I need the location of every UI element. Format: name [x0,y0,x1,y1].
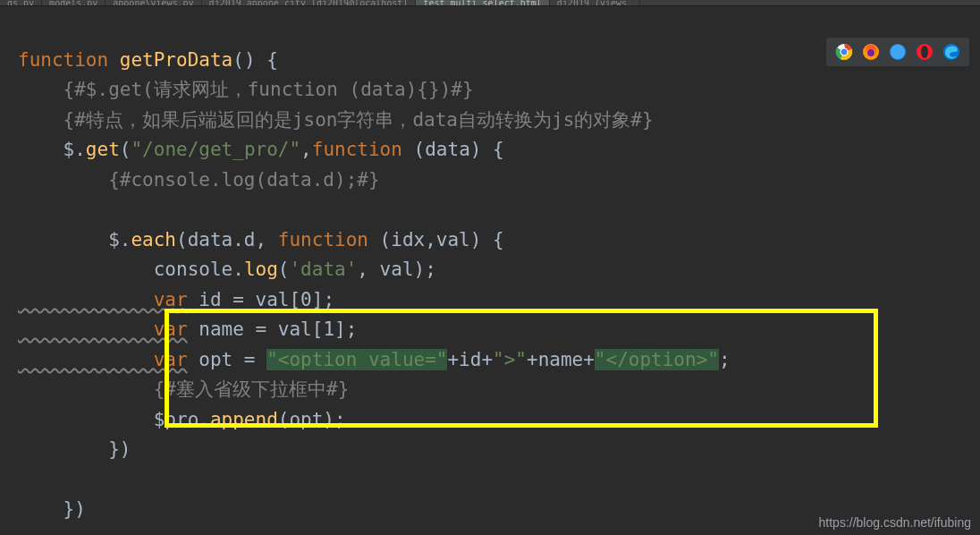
code-text: $. [18,139,86,160]
code-text: ]; [334,318,357,340]
keyword: function [18,49,120,71]
comment: {#$.get(请求网址，function (data){})#} [18,79,474,100]
tab-item[interactable]: appone\views.py [106,0,201,6]
code-text: (data) { [414,139,504,160]
code-text: id = val[ [188,289,300,310]
comment: {#console.log(data.d);#} [18,169,380,191]
method: get [86,139,120,160]
code-text: name = val[ [188,318,324,340]
code-text: console. [18,259,244,280]
string: "</option>" [595,349,719,370]
code-text: +name+ [527,349,595,370]
method: each [131,229,176,251]
method: log [244,259,278,280]
string: 'data' [289,259,357,280]
code-text: () { [232,49,278,71]
method: append [210,409,278,430]
edge-icon [942,43,960,61]
code-text: (idx,val) { [380,229,504,251]
keyword: function [278,229,380,251]
chrome-icon [835,43,853,61]
string: "<option value=" [266,349,447,370]
keyword: var [18,349,188,370]
svg-point-4 [867,49,874,56]
code-text: ( [120,139,131,160]
code-text: ( [278,259,290,280]
code-text: (opt); [278,409,346,430]
code-text: }) [18,438,131,460]
comment: {#特点，如果后端返回的是json字符串，data自动转换为js的对象#} [18,109,654,131]
string: "/one/get_pro/" [131,139,300,160]
tab-item[interactable]: dj2019.appone_city [dj2019@localhost] [202,0,417,6]
code-text: opt = [188,349,267,370]
code-text: ]; [312,289,334,310]
opera-icon [916,43,934,61]
svg-point-2 [841,48,848,55]
code-text: , val); [357,259,436,280]
code-text: , [300,139,312,160]
keyword: var [18,318,188,340]
code-text: }) [18,498,86,520]
svg-point-11 [921,46,928,58]
code-text: +id+ [447,349,493,370]
comment: {#塞入省级下拉框中#} [18,378,349,400]
tab-item[interactable]: dj2019 (views. [550,0,640,6]
safari-icon [889,43,907,61]
editor-tabs: gs.py models.py appone\views.py dj2019.a… [0,0,980,6]
code-text: $. [18,229,131,251]
code-text: $pro. [18,409,210,430]
function-name: getProData [120,49,232,71]
code-text: ; [719,349,731,370]
firefox-icon [862,43,880,61]
keyword: function [312,139,414,160]
code-editor[interactable]: function getProData() { {#$.get(请求网址，fun… [0,6,980,525]
number: 0 [300,289,312,310]
tab-item[interactable]: models.py [42,0,106,6]
number: 1 [323,318,334,340]
tab-item-active[interactable]: test_multi_select.html [416,0,549,6]
keyword: var [18,289,188,310]
string: ">" [493,349,527,370]
watermark-text: https://blog.csdn.net/ifubing [819,515,971,530]
tab-item[interactable]: gs.py [0,0,42,6]
code-text: (data.d, [176,229,278,251]
browser-icons-panel [826,38,969,66]
